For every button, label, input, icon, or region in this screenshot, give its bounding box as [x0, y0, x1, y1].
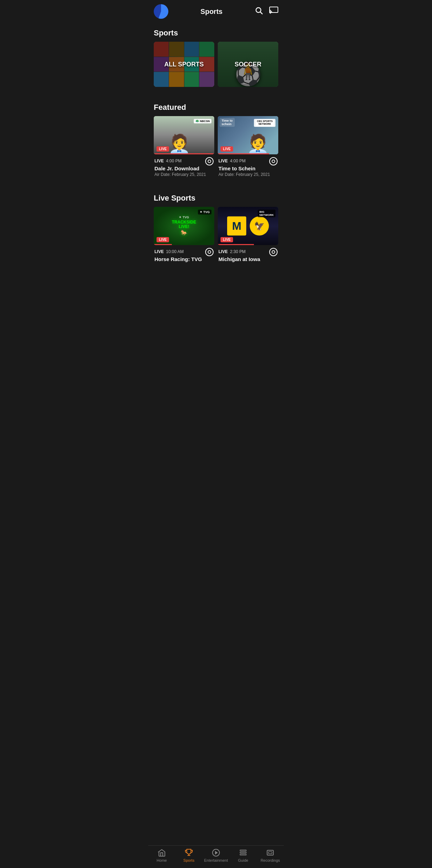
time-to-schein-card[interactable]: Time toschein 🧑‍💼 CBS SPORTSNETWORK LIVE…	[218, 116, 278, 177]
recordings-icon	[266, 849, 274, 857]
schein-title: Time to Schein	[218, 165, 278, 171]
featured-section: Featured	[148, 97, 284, 112]
svg-rect-2	[270, 7, 278, 13]
sports-section-title: Sports	[154, 29, 278, 38]
michigan-logos: M 🦅	[227, 217, 269, 236]
page-title: Sports	[200, 8, 222, 16]
trackside-time: LIVE 10:00 AM	[154, 249, 184, 254]
soccer-label: SOCCER	[234, 61, 261, 68]
schein-meta: LIVE 4:00 PM Time to Schein Air Date: Fe…	[218, 157, 278, 177]
iowa-hawk-logo: 🦅	[250, 217, 269, 236]
nav-recordings[interactable]: Recordings	[257, 849, 284, 862]
nav-home[interactable]: Home	[148, 849, 175, 862]
dale-thumb: 🧑‍💼 🦚 NBCSN LIVE	[154, 116, 214, 154]
svg-rect-4	[240, 850, 246, 851]
progress-bar-trackside	[154, 244, 172, 245]
michigan-thumb: M 🦅 BIGNETWORK LIVE	[218, 207, 278, 245]
schein-time: LIVE 4:00 PM	[218, 159, 246, 163]
trackside-thumb: ✦ TVG TRACKSIDELIVE! 🐎 ✦ TVG LIVE	[154, 207, 214, 245]
live-sports-row: ✦ TVG TRACKSIDELIVE! 🐎 ✦ TVG LIVE LIVE 1…	[148, 207, 284, 263]
dale-title: Dale Jr. Download	[154, 165, 214, 171]
record-button-schein[interactable]	[269, 157, 278, 165]
schein-air-date: Air Date: February 25, 2021	[218, 172, 278, 177]
bottom-navigation: Home Sports Entertainment Guide	[148, 845, 284, 868]
dale-meta: LIVE 4:00 PM Dale Jr. Download Air Date:…	[154, 157, 214, 177]
trackside-meta: LIVE 10:00 AM Horse Racing: TVG	[154, 248, 214, 262]
spacer	[148, 180, 284, 188]
progress-bar-michigan	[218, 244, 254, 245]
trackside-card[interactable]: ✦ TVG TRACKSIDELIVE! 🐎 ✦ TVG LIVE LIVE 1…	[154, 207, 214, 263]
live-badge-schein: LIVE	[221, 146, 233, 152]
bottom-spacer	[148, 266, 284, 293]
dale-download-card[interactable]: 🧑‍💼 🦚 NBCSN LIVE LIVE 4:00 PM Dale Jr. D…	[154, 116, 214, 177]
recordings-label: Recordings	[261, 858, 280, 862]
svg-line-1	[261, 12, 263, 14]
schein-time-row: LIVE 4:00 PM	[218, 157, 278, 165]
nav-guide[interactable]: Guide	[230, 849, 257, 862]
play-icon	[212, 849, 220, 857]
record-button-michigan[interactable]	[269, 248, 278, 256]
michigan-iowa-card[interactable]: M 🦅 BIGNETWORK LIVE LIVE 2:30 PM Michiga…	[218, 207, 278, 263]
all-sports-card[interactable]: ALL SPORTS	[154, 42, 214, 87]
record-button-trackside[interactable]	[205, 248, 214, 256]
soccer-overlay: SOCCER	[218, 42, 278, 87]
all-sports-label: ALL SPORTS	[164, 61, 204, 68]
svg-rect-8	[269, 852, 272, 854]
michigan-time: LIVE 2:30 PM	[218, 249, 246, 254]
big-network-logo: BIGNETWORK	[258, 210, 275, 217]
live-badge-michigan: LIVE	[221, 237, 233, 242]
live-sports-section: Live Sports	[148, 188, 284, 203]
home-label: Home	[157, 858, 167, 862]
search-icon[interactable]	[255, 6, 263, 17]
nav-entertainment[interactable]: Entertainment	[202, 849, 230, 862]
guide-icon	[239, 849, 247, 857]
featured-section-title: Featured	[154, 103, 278, 112]
schein-thumb: Time toschein 🧑‍💼 CBS SPORTSNETWORK LIVE	[218, 116, 278, 154]
soccer-card[interactable]: ⚽ 🧍 SOCCER	[218, 42, 278, 87]
sports-section: Sports	[148, 23, 284, 38]
guide-label: Guide	[238, 858, 248, 862]
category-row: ALL SPORTS ⚽ 🧍 SOCCER	[148, 42, 284, 87]
michigan-m-logo: M	[227, 217, 246, 236]
trackside-title: Horse Racing: TVG	[154, 256, 214, 262]
dale-air-date: Air Date: February 25, 2021	[154, 172, 214, 177]
cast-icon[interactable]	[269, 7, 278, 16]
live-sports-title: Live Sports	[154, 194, 278, 203]
home-icon	[158, 849, 166, 857]
nbc-logo: 🦚 NBCSN	[194, 119, 211, 123]
live-badge: LIVE	[157, 146, 169, 152]
svg-rect-5	[240, 852, 246, 853]
live-badge-trackside: LIVE	[157, 237, 169, 242]
trackside-time-row: LIVE 10:00 AM	[154, 248, 214, 256]
trophy-icon	[185, 849, 193, 857]
michigan-meta: LIVE 2:30 PM Michigan at Iowa	[218, 248, 278, 262]
entertainment-label: Entertainment	[204, 858, 228, 862]
sports-nav-label: Sports	[183, 858, 194, 862]
svg-rect-6	[240, 854, 246, 855]
progress-bar-schein	[218, 153, 269, 154]
dale-time-row: LIVE 4:00 PM	[154, 157, 214, 165]
cbs-logo: CBS SPORTSNETWORK	[254, 119, 275, 127]
dale-time: LIVE 4:00 PM	[154, 159, 182, 163]
app-logo[interactable]	[154, 4, 168, 19]
record-button[interactable]	[205, 157, 214, 165]
all-sports-overlay: ALL SPORTS	[154, 42, 214, 87]
nav-sports[interactable]: Sports	[175, 849, 202, 862]
progress-bar	[154, 153, 214, 154]
michigan-time-row: LIVE 2:30 PM	[218, 248, 278, 256]
header-actions	[255, 6, 278, 17]
tvg-logo: ✦ TVG	[198, 210, 211, 214]
svg-rect-7	[267, 850, 273, 855]
michigan-title: Michigan at Iowa	[218, 256, 278, 262]
app-header: Sports	[148, 0, 284, 23]
featured-row: 🧑‍💼 🦚 NBCSN LIVE LIVE 4:00 PM Dale Jr. D…	[148, 116, 284, 177]
